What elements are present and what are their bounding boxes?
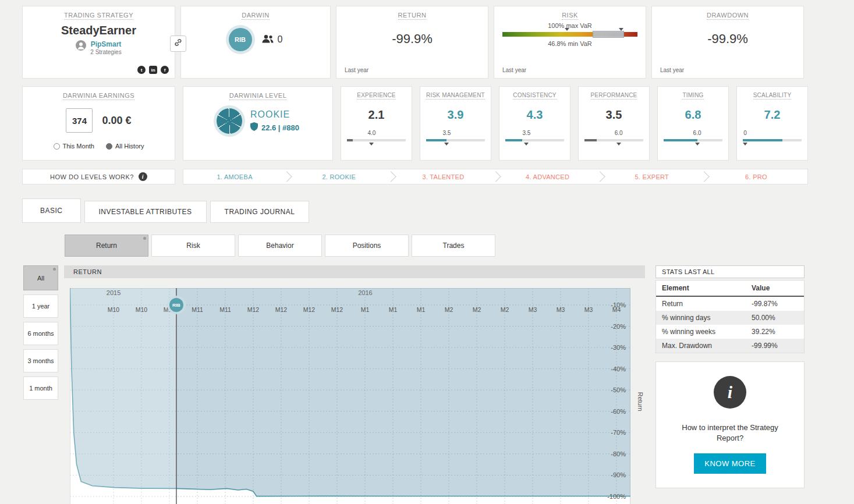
avatar — [76, 40, 86, 55]
stat-name: Max. Drawdown — [662, 342, 752, 350]
risk-title: RISK — [494, 6, 646, 19]
attribute-title: TIMING — [658, 87, 728, 98]
levels-row: HOW DO LEVELS WORK? i 1. AMOEBA 2. ROOKI… — [22, 169, 808, 184]
tab-trading-journal[interactable]: TRADING JOURNAL — [210, 201, 310, 223]
attribute-value: 2.1 — [341, 108, 412, 122]
stat-name: % winning days — [662, 314, 752, 322]
earnings-option-this-month[interactable]: This Month — [54, 143, 94, 150]
radio-label: This Month — [63, 143, 94, 150]
min-var-label: 46.8% min VaR — [494, 40, 646, 47]
info-icon: i — [139, 172, 147, 181]
facebook-icon[interactable]: f — [161, 66, 169, 74]
return-chart[interactable]: 20152016M10M10M10M11M11M12M12M12M12M1M1M… — [70, 288, 645, 504]
attribute-card-timing: TIMING 6.8 6.0 — [657, 86, 729, 161]
svg-text:M12: M12 — [331, 306, 343, 313]
share-link-button[interactable] — [170, 36, 186, 52]
return-card: RETURN -99.9% Last year — [336, 6, 488, 79]
attribute-value: 3.9 — [420, 108, 491, 122]
investors-count: 0 — [278, 34, 283, 45]
stat-name: Return — [662, 300, 752, 308]
attribute-title: EXPERIENCE — [341, 87, 412, 98]
level-name: ROOKIE — [250, 109, 299, 120]
attribute-value: 7.2 — [737, 108, 807, 122]
attribute-value: 6.8 — [658, 108, 728, 122]
range-label: 1 year — [32, 303, 50, 310]
tab-basic[interactable]: BASIC — [22, 198, 81, 223]
svg-text:Return: Return — [637, 392, 643, 411]
level-score: 22.6 | #880 — [261, 123, 299, 132]
level-step-expert: 5. EXPERT — [601, 169, 703, 184]
radio-selected-icon[interactable] — [106, 143, 112, 150]
chart-subtabs: Return Risk Behavior Positions Trades — [65, 235, 808, 257]
attribute-title: RISK MANAGEMENT — [420, 87, 491, 98]
tab-investable-attributes[interactable]: INVESTABLE ATTRIBUTES — [84, 201, 207, 223]
range-label: 1 month — [29, 385, 52, 392]
dot-icon — [143, 237, 146, 240]
attribute-title: PERFORMANCE — [579, 87, 649, 98]
subtab-trades[interactable]: Trades — [412, 235, 495, 257]
radio-unselected-icon[interactable] — [54, 143, 60, 150]
svg-text:-20%: -20% — [611, 323, 626, 330]
range-6-months-button[interactable]: 6 months — [23, 322, 58, 345]
owner-name[interactable]: PipSmart — [90, 40, 121, 48]
strategy-name: SteadyEarner — [23, 24, 175, 37]
trading-strategy-card: TRADING STRATEGY SteadyEarner PipSmart 2… — [22, 6, 175, 79]
twitter-icon[interactable]: t — [137, 66, 146, 74]
level-title: DARWINIA LEVEL — [183, 87, 332, 99]
subtab-label: Behavior — [266, 242, 293, 250]
subtab-return[interactable]: Return — [65, 235, 148, 257]
attribute-bar — [584, 139, 643, 141]
level-step-advanced: 4. ADVANCED — [497, 169, 599, 184]
subtab-label: Trades — [443, 242, 465, 250]
level-pie-icon — [217, 108, 242, 134]
attribute-card-risk-management: RISK MANAGEMENT 3.9 3.5 — [420, 86, 491, 161]
interpret-info-card: i How to interpret the Strategy Report? … — [655, 361, 805, 488]
attribute-bar — [347, 139, 406, 141]
subtab-risk[interactable]: Risk — [151, 235, 235, 257]
svg-text:M12: M12 — [247, 306, 260, 313]
svg-text:M3: M3 — [529, 306, 537, 313]
attribute-scale: 3.5 — [442, 130, 451, 136]
stat-value: -99.99% — [752, 342, 798, 350]
interpret-text: How to interpret the Strategy Report? — [672, 423, 788, 443]
svg-text:M10: M10 — [108, 306, 120, 313]
subtab-label: Positions — [353, 242, 381, 250]
levels-help-label: HOW DO LEVELS WORK? — [50, 173, 134, 180]
darwin-badge[interactable]: RIB — [229, 28, 252, 51]
svg-text:M1: M1 — [417, 306, 426, 313]
how-levels-work-button[interactable]: HOW DO LEVELS WORK? i — [22, 169, 175, 184]
linkedin-icon[interactable]: in — [149, 66, 157, 74]
stat-value: 39.22% — [752, 328, 798, 336]
svg-text:M1: M1 — [361, 306, 370, 313]
attribute-card-consistency: CONSISTENCY 4.3 3.5 — [499, 86, 570, 161]
attribute-title: SCALABILITY — [737, 87, 807, 98]
attribute-scale: 6.0 — [693, 130, 701, 136]
attribute-bar — [426, 139, 485, 141]
range-label: 3 months — [27, 357, 54, 364]
return-title: RETURN — [336, 6, 488, 19]
earnings-option-all-history[interactable]: All History — [106, 143, 144, 150]
table-row: Max. Drawdown -99.99% — [656, 339, 804, 353]
main-area: All 1 year 6 months 3 months 1 month RET… — [22, 265, 808, 504]
dot-icon — [53, 268, 56, 271]
range-3-months-button[interactable]: 3 months — [23, 349, 58, 372]
subtab-positions[interactable]: Positions — [325, 235, 409, 257]
know-more-button[interactable]: KNOW MORE — [694, 453, 766, 474]
range-all-button[interactable]: All — [23, 265, 58, 290]
level-step-talented: 3. TALENTED — [392, 169, 494, 184]
range-1-year-button[interactable]: 1 year — [23, 294, 58, 318]
attribute-marker-icon — [369, 143, 374, 145]
darwinia-earnings-card: DARWINIA EARNINGS 374 0.00 € This Month … — [22, 86, 175, 161]
range-1-month-button[interactable]: 1 month — [23, 377, 58, 400]
svg-text:-10%: -10% — [611, 301, 626, 308]
earnings-title: DARWINIA EARNINGS — [23, 87, 175, 99]
owner-row[interactable]: PipSmart 2 Strategies — [23, 40, 175, 55]
attribute-marker-icon — [444, 143, 449, 145]
stats-col-value: Value — [752, 284, 798, 292]
stats-column: STATS LAST ALL Element Value Return -99.… — [655, 265, 805, 504]
svg-text:2016: 2016 — [358, 289, 372, 296]
subtab-behavior[interactable]: Behavior — [238, 235, 322, 257]
table-row: Return -99.87% — [656, 297, 804, 311]
attribute-scale: 3.5 — [522, 130, 530, 136]
stat-name: % winning weeks — [662, 328, 752, 336]
